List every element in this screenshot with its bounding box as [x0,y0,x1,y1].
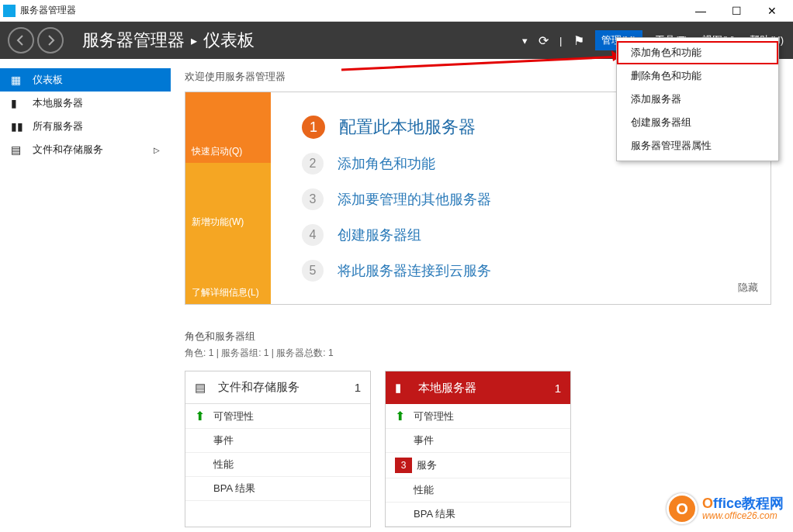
breadcrumb-current: 仪表板 [203,29,255,52]
step-cloud-connect[interactable]: 5 将此服务器连接到云服务 [302,260,739,282]
breadcrumb: 服务器管理器 ▸ 仪表板 [82,29,255,52]
menu-add-roles[interactable]: 添加角色和功能 [617,41,778,64]
storage-icon: ▤ [11,143,25,156]
app-icon [3,5,16,17]
sidebar-dashboard[interactable]: ▦ 仪表板 [0,68,171,92]
tile-count: 1 [555,382,561,395]
tile-performance[interactable]: 性能 [386,478,570,503]
step-label: 配置此本地服务器 [339,116,476,139]
flag-icon[interactable]: ⚑ [573,33,584,48]
menu-remove-roles[interactable]: 删除角色和功能 [617,64,778,88]
step-add-servers[interactable]: 3 添加要管理的其他服务器 [302,188,739,210]
step-label: 添加要管理的其他服务器 [338,190,491,209]
tile-local-server[interactable]: ▮ 本地服务器 1 ⬆ 可管理性 事件 3 服务 性 [385,371,571,527]
tab-quickstart[interactable]: 快速启动(Q) [185,92,271,163]
tile-title: 本地服务器 [418,381,476,396]
tile-label: BPA 结果 [213,482,255,496]
tab-whatsnew[interactable]: 新增功能(W) [185,163,271,233]
tile-events[interactable]: 事件 [386,429,570,453]
tile-manageability[interactable]: ⬆ 可管理性 [386,404,570,429]
tile-label: 性能 [414,483,434,497]
tile-label: 性能 [213,458,234,472]
chevron-right-icon: ▸ [191,33,197,48]
tile-count: 1 [355,381,361,394]
storage-icon: ▤ [195,381,210,395]
tile-services[interactable]: 3 服务 [386,453,570,478]
tab-learnmore[interactable]: 了解详细信息(L) [185,233,271,304]
roles-section-title: 角色和服务器组 [185,330,771,344]
arrow-left-icon [15,34,27,47]
watermark-logo-icon: O [667,493,698,524]
watermark-url: www.office26.com [702,511,784,521]
hide-link[interactable]: 隐藏 [738,281,758,295]
chevron-right-icon: ▷ [154,146,160,154]
arrow-right-icon [44,34,57,47]
window-titlebar: 服务器管理器 — ☐ ✕ [0,0,793,22]
window-title: 服务器管理器 [20,4,683,17]
server-icon: ▮ [11,97,25,109]
maximize-button[interactable]: ☐ [719,0,754,22]
server-icon: ▮ [395,381,410,395]
sidebar-label: 仪表板 [33,73,63,87]
roles-summary: 角色: 1 | 服务器组: 1 | 服务器总数: 1 [185,347,771,360]
step-number: 2 [302,153,324,174]
tile-label: 事件 [213,434,234,447]
sidebar-label: 文件和存储服务 [33,143,103,157]
back-button[interactable] [8,27,34,54]
tile-bpa[interactable]: BPA 结果 [185,477,370,501]
refresh-icon[interactable]: ⟳ [538,33,549,48]
sidebar: ▦ 仪表板 ▮ 本地服务器 ▮▮ 所有服务器 ▤ 文件和存储服务 ▷ [0,59,171,532]
tile-file-storage[interactable]: ▤ 文件和存储服务 1 ⬆ 可管理性 事件 性能 [185,371,371,527]
menu-add-server[interactable]: 添加服务器 [617,88,778,111]
sidebar-label: 本地服务器 [33,96,83,110]
manage-menu-dropdown: 添加角色和功能 删除角色和功能 添加服务器 创建服务器组 服务器管理器属性 [616,37,779,161]
tile-label: BPA 结果 [414,507,455,521]
watermark: O Office教程网 www.office26.com [667,493,784,524]
tile-performance[interactable]: 性能 [185,453,370,477]
dashboard-icon: ▦ [11,74,25,86]
step-label: 创建服务器组 [338,226,421,244]
tile-manageability[interactable]: ⬆ 可管理性 [185,404,370,429]
servers-icon: ▮▮ [11,120,25,133]
step-create-group[interactable]: 4 创建服务器组 [302,224,739,246]
tile-bpa[interactable]: BPA 结果 [386,503,570,527]
arrow-up-circle-icon: ⬆ [395,409,414,423]
alert-badge: 3 [395,458,412,473]
step-number: 4 [302,224,324,246]
sidebar-local-server[interactable]: ▮ 本地服务器 [0,92,171,115]
step-label: 将此服务器连接到云服务 [338,261,491,280]
step-number: 1 [302,116,325,139]
step-number: 5 [302,260,324,282]
watermark-title: Office教程网 [702,496,784,512]
tile-label: 服务 [417,458,437,472]
close-button[interactable]: ✕ [754,0,790,22]
forward-button[interactable] [37,27,64,54]
tile-label: 事件 [414,434,434,447]
menu-properties[interactable]: 服务器管理器属性 [617,134,778,157]
step-label: 添加角色和功能 [338,154,435,173]
breadcrumb-root[interactable]: 服务器管理器 [82,29,185,52]
dropdown-icon[interactable]: ▾ [522,35,528,47]
tile-events[interactable]: 事件 [185,429,370,453]
step-number: 3 [302,188,324,210]
tile-label: 可管理性 [213,409,254,423]
minimize-button[interactable]: — [683,0,719,22]
tile-title: 文件和存储服务 [218,380,300,395]
sidebar-all-servers[interactable]: ▮▮ 所有服务器 [0,115,171,138]
tile-label: 可管理性 [414,409,454,423]
sidebar-file-storage[interactable]: ▤ 文件和存储服务 ▷ [0,138,171,161]
arrow-up-circle-icon: ⬆ [195,409,213,423]
sidebar-label: 所有服务器 [33,119,83,133]
menu-create-group[interactable]: 创建服务器组 [617,111,778,134]
separator: | [559,35,562,47]
